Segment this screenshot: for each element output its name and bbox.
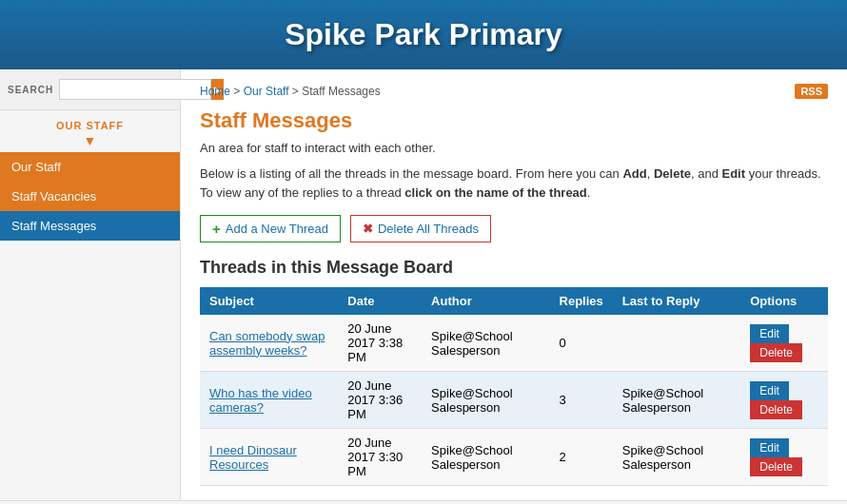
page-title: Staff Messages: [200, 108, 828, 133]
threads-heading: Threads in this Message Board: [200, 258, 828, 278]
thread-author: Spike@School Salesperson: [422, 315, 549, 372]
delete-bold: Delete: [654, 166, 691, 181]
page-instructions: Below is a listing of all the threads in…: [200, 165, 828, 202]
add-thread-button[interactable]: + Add a New Thread: [200, 215, 341, 242]
sidebar-item-staff-messages[interactable]: Staff Messages: [0, 211, 180, 241]
edit-thread-button[interactable]: Edit: [750, 381, 789, 400]
delete-thread-button[interactable]: Delete: [750, 457, 802, 476]
our-staff-arrow-icon: ▼: [0, 133, 180, 148]
thread-replies: 3: [550, 372, 613, 429]
thread-last-reply: Spike@School Salesperson: [613, 372, 740, 429]
action-buttons: + Add a New Thread ✖ Delete All Threads: [200, 215, 828, 242]
thread-date: 20 June 2017 3:38 PM: [338, 315, 422, 372]
sidebar: SEARCH ► OUR STAFF ▼ Our Staff Staff Vac…: [0, 69, 181, 500]
thread-last-reply: Spike@School Salesperson: [613, 429, 740, 486]
sidebar-item-our-staff[interactable]: Our Staff: [0, 152, 180, 182]
content-area: Home > Our Staff > Staff Messages RSS St…: [181, 69, 847, 500]
plus-icon: +: [212, 221, 221, 237]
search-label: SEARCH: [8, 85, 53, 95]
thread-author: Spike@School Salesperson: [422, 429, 549, 486]
edit-thread-button[interactable]: Edit: [750, 324, 789, 343]
our-staff-label: OUR STAFF: [0, 110, 180, 133]
click-instruction: click on the name of the thread: [404, 185, 586, 200]
breadcrumb: Home > Our Staff > Staff Messages RSS: [200, 84, 828, 99]
footer: Admin System | Log Out Powered by the Sp…: [0, 500, 847, 504]
thread-last-reply: [613, 315, 740, 372]
thread-options: EditDelete: [740, 372, 828, 429]
col-options: Options: [740, 287, 828, 315]
table-row: Who has the video cameras?20 June 2017 3…: [200, 372, 828, 429]
delete-thread-button[interactable]: Delete: [750, 400, 802, 419]
thread-subject-link[interactable]: I need Dinosaur Resources: [209, 443, 297, 472]
thread-options: EditDelete: [740, 315, 828, 372]
delete-all-threads-button[interactable]: ✖ Delete All Threads: [350, 215, 491, 242]
table-row: I need Dinosaur Resources20 June 2017 3:…: [200, 429, 828, 486]
thread-subject-link[interactable]: Can somebody swap assembly weeks?: [209, 329, 325, 358]
col-subject: Subject: [200, 287, 338, 315]
add-bold: Add: [622, 166, 646, 181]
col-replies: Replies: [550, 287, 613, 315]
edit-thread-button[interactable]: Edit: [750, 438, 789, 457]
col-author: Author: [422, 287, 549, 315]
search-bar: SEARCH ►: [0, 69, 180, 110]
delete-thread-button[interactable]: Delete: [750, 343, 802, 362]
thread-replies: 2: [550, 429, 613, 486]
thread-date: 20 June 2017 3:30 PM: [338, 429, 422, 486]
breadcrumb-our-staff[interactable]: Our Staff: [244, 85, 289, 98]
sidebar-item-staff-vacancies[interactable]: Staff Vacancies: [0, 182, 180, 211]
thread-subject-link[interactable]: Who has the video cameras?: [209, 386, 312, 415]
table-row: Can somebody swap assembly weeks?20 June…: [200, 315, 828, 372]
threads-table: Subject Date Author Replies Last to Repl…: [200, 287, 828, 486]
main-layout: SEARCH ► OUR STAFF ▼ Our Staff Staff Vac…: [0, 69, 847, 500]
thread-author: Spike@School Salesperson: [422, 372, 549, 429]
site-header: Spike Park Primary: [0, 0, 847, 69]
col-last-reply: Last to Reply: [613, 287, 740, 315]
thread-replies: 0: [550, 315, 613, 372]
breadcrumb-current: Staff Messages: [302, 85, 381, 98]
col-date: Date: [338, 287, 422, 315]
page-description: An area for staff to interact with each …: [200, 141, 828, 155]
thread-date: 20 June 2017 3:36 PM: [338, 372, 422, 429]
x-icon: ✖: [363, 222, 373, 236]
rss-badge[interactable]: RSS: [795, 84, 828, 99]
thread-options: EditDelete: [740, 429, 828, 486]
edit-bold: Edit: [721, 166, 745, 181]
breadcrumb-home[interactable]: Home: [200, 85, 230, 98]
site-title: Spike Park Primary: [0, 17, 847, 52]
